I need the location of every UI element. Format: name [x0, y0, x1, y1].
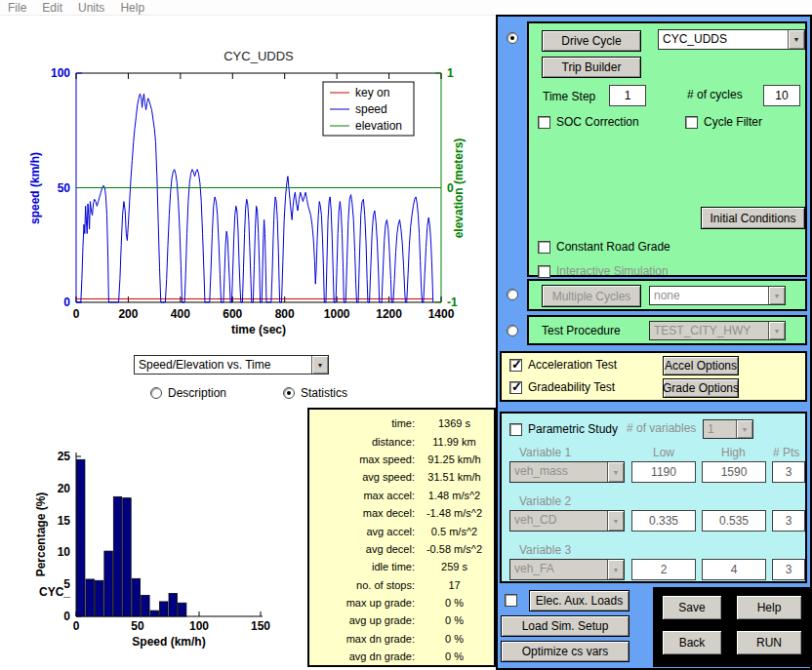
accel-options-button[interactable]: Accel Options — [663, 356, 739, 375]
advisor-simulation-setup-window: File Edit Units Help 0200400600800100012… — [0, 0, 812, 670]
soc-correction-label: SOC Correction — [556, 115, 639, 129]
grade-options-button[interactable]: Grade Options — [663, 378, 739, 398]
statistics-radio[interactable] — [283, 387, 295, 399]
menu-file[interactable]: File — [8, 1, 26, 15]
action-buttons-group: Save Help Back RUN — [653, 587, 810, 667]
help-button[interactable]: Help — [736, 595, 802, 620]
stats-label: idle time: — [309, 561, 415, 572]
drive-cycle-radio[interactable] — [507, 32, 518, 44]
interactive-simulation-label: Interactive Simulation — [556, 264, 669, 278]
svg-text:time (sec): time (sec) — [231, 323, 286, 336]
initial-conditions-button[interactable]: Initial Conditions — [701, 207, 805, 229]
back-button[interactable]: Back — [662, 630, 722, 655]
stats-value: 1369 s — [415, 417, 494, 429]
svg-text:600: 600 — [223, 307, 242, 321]
stats-value: 1.48 m/s^2 — [415, 490, 494, 501]
cycle-filter-checkbox[interactable] — [685, 116, 698, 129]
drive-cycle-group: Drive Cycle Trip Builder CYC_UDDS ▼ Time… — [527, 21, 807, 277]
elec-aux-loads-button[interactable]: Elec. Aux. Loads — [529, 590, 629, 611]
svg-text:20: 20 — [58, 482, 71, 495]
variable-3-dropdown: veh_FA ▼ — [509, 559, 625, 580]
test-procedure-group: Test Procedure TEST_CITY_HWY ▼ — [527, 315, 807, 345]
menu-edit[interactable]: Edit — [42, 1, 62, 15]
trip-builder-button[interactable]: Trip Builder — [542, 57, 641, 78]
description-radio[interactable] — [150, 387, 162, 399]
test-procedure-label: Test Procedure — [542, 324, 621, 337]
cycle-dropdown[interactable]: CYC_UDDS ▼ — [658, 29, 805, 50]
variable-1-pts-field[interactable]: 3 — [772, 461, 805, 483]
stats-label: max speed: — [309, 453, 415, 465]
load-sim-setup-button[interactable]: Load Sim. Setup — [501, 615, 629, 637]
stats-value: 0 % — [415, 650, 494, 662]
svg-text:50: 50 — [58, 181, 71, 195]
svg-text:-1: -1 — [447, 296, 458, 309]
variable-3-pts-field[interactable]: 3 — [772, 559, 805, 580]
histogram-bar — [132, 578, 140, 616]
stats-row: avg up grade:0 % — [309, 611, 494, 629]
multiple-cycles-radio[interactable] — [507, 289, 518, 300]
stats-row: idle time:259 s — [309, 558, 494, 575]
time-step-field[interactable]: 1 — [609, 85, 646, 106]
variable-1-dropdown: veh_mass ▼ — [509, 461, 625, 483]
svg-text:10: 10 — [58, 545, 71, 559]
elec-aux-loads-checkbox[interactable] — [505, 594, 517, 607]
plot-type-value: Speed/Elevation vs. Time — [135, 356, 311, 374]
svg-text:Speed (km/h): Speed (km/h) — [132, 635, 205, 649]
tests-group: Acceleration Test Accel Options Gradeabi… — [500, 351, 807, 402]
test-procedure-radio[interactable] — [507, 325, 518, 336]
stats-row: avg dn grade:0 % — [309, 648, 494, 665]
variable-2-pts-field[interactable]: 3 — [772, 510, 805, 532]
menu-units[interactable]: Units — [78, 1, 104, 15]
chevron-down-icon: ▼ — [607, 511, 624, 531]
acceleration-test-checkbox[interactable] — [509, 359, 522, 372]
save-button[interactable]: Save — [662, 595, 722, 620]
svg-text:Percentage (%): Percentage (%) — [34, 493, 48, 577]
stats-row: max dn grade:0 % — [309, 630, 494, 648]
svg-text:0: 0 — [63, 296, 70, 309]
stats-value: 0.5 m/s^2 — [415, 526, 494, 537]
variable-2-high-field[interactable]: 0.535 — [702, 510, 766, 532]
svg-text:key on: key on — [355, 86, 389, 99]
chevron-down-icon: ▼ — [607, 462, 624, 482]
menu-help[interactable]: Help — [120, 1, 144, 15]
variable-3-low-field[interactable]: 2 — [631, 559, 696, 580]
histogram-bar — [142, 595, 149, 616]
stats-label: avg accel: — [309, 526, 415, 537]
svg-text:speed: speed — [355, 102, 387, 116]
simulation-setup-panel: Drive Cycle Trip Builder CYC_UDDS ▼ Time… — [496, 15, 812, 670]
drive-cycle-button[interactable]: Drive Cycle — [542, 30, 641, 52]
svg-text:800: 800 — [275, 307, 295, 321]
pts-column-header: # Pts — [773, 446, 799, 459]
plot-type-dropdown[interactable]: Speed/Elevation vs. Time ▼ — [134, 355, 329, 374]
histogram-bar — [113, 496, 121, 616]
histogram-bar — [77, 459, 85, 616]
parametric-study-group: Parametric Study # of variables 1 ▼ Low … — [500, 412, 807, 583]
num-cycles-label: # of cycles — [687, 88, 743, 101]
stats-label: avg decel: — [309, 543, 415, 555]
variable-1-high-field[interactable]: 1590 — [702, 461, 766, 483]
svg-text:speed (km/h): speed (km/h) — [28, 152, 42, 224]
soc-correction-checkbox[interactable] — [538, 116, 550, 129]
variable-3-high-field[interactable]: 4 — [702, 559, 766, 580]
parametric-study-checkbox[interactable] — [509, 423, 522, 436]
histogram-bar — [150, 611, 158, 616]
num-cycles-field[interactable]: 10 — [763, 85, 800, 106]
variable-2-label: Variable 2 — [519, 494, 571, 508]
constant-road-grade-checkbox[interactable] — [538, 241, 550, 254]
stats-value: 17 — [415, 579, 494, 591]
variable-2-low-field[interactable]: 0.335 — [631, 510, 696, 532]
multiple-cycles-group: Multiple Cycles none ▼ — [527, 279, 807, 311]
gradeability-test-checkbox[interactable] — [509, 381, 522, 394]
stats-row: max accel:1.48 m/s^2 — [309, 487, 494, 504]
svg-text:elevation: elevation — [355, 119, 402, 133]
svg-text:1200: 1200 — [376, 307, 402, 321]
stats-row: time:1369 s — [309, 414, 494, 432]
optimize-cs-vars-button[interactable]: Optimize cs vars — [501, 641, 629, 662]
variable-1-low-field[interactable]: 1190 — [631, 461, 696, 483]
run-button[interactable]: RUN — [736, 630, 802, 655]
chevron-down-icon[interactable]: ▼ — [788, 30, 804, 49]
histogram-bar — [123, 498, 131, 616]
parametric-study-label: Parametric Study — [528, 422, 618, 436]
chevron-down-icon[interactable]: ▼ — [311, 356, 328, 374]
num-variables-label: # of variables — [627, 421, 696, 435]
